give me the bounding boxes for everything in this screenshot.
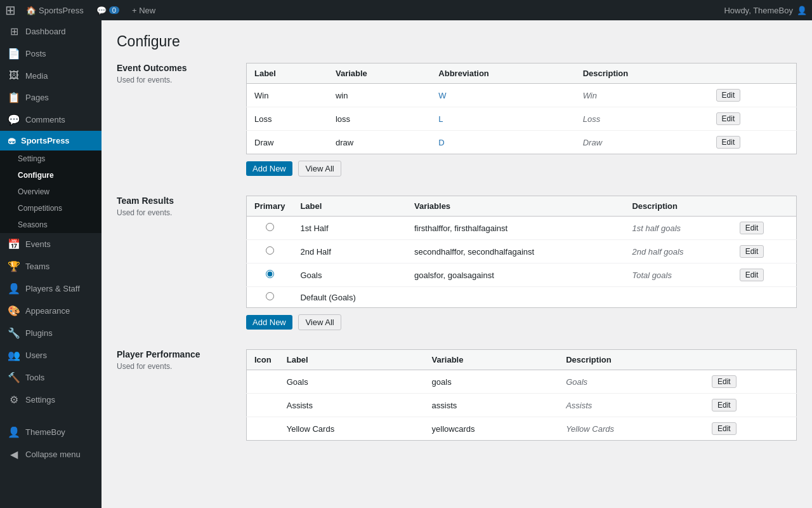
plugins-icon: 🔧 bbox=[8, 327, 20, 339]
sidebar-item-comments[interactable]: 💬 Comments bbox=[0, 109, 102, 131]
outcome-abbreviation: L bbox=[431, 107, 575, 131]
team-results-view-all-button[interactable]: View All bbox=[298, 314, 341, 330]
result-variables bbox=[407, 287, 624, 308]
comments-link[interactable]: 💬 0 bbox=[94, 6, 122, 15]
table-row: Goals goals Goals Edit bbox=[247, 370, 797, 394]
player-performance-table: Icon Label Variable Description Goals go… bbox=[246, 349, 797, 441]
primary-radio-cell bbox=[247, 264, 293, 287]
col-variables: Variables bbox=[407, 196, 624, 217]
col-icon: Icon bbox=[247, 350, 279, 370]
result-edit-cell: Edit bbox=[732, 240, 797, 264]
sidebar-item-users[interactable]: 👥 Users bbox=[0, 344, 102, 366]
col-description: Description bbox=[575, 64, 709, 84]
event-outcomes-section: Event Outcomes Used for events. Label Va… bbox=[117, 63, 797, 177]
sidebar-item-events[interactable]: 📅 Events bbox=[0, 233, 102, 255]
default-goals-radio[interactable] bbox=[266, 292, 274, 300]
perf-description: Assists bbox=[558, 394, 704, 417]
new-content-button[interactable]: + New bbox=[129, 6, 158, 15]
media-icon: 🖼 bbox=[8, 70, 20, 81]
sidebar-item-appearance[interactable]: 🎨 Appearance bbox=[0, 300, 102, 322]
col-abbreviation: Abbreviation bbox=[431, 64, 575, 84]
outcome-variable: loss bbox=[328, 107, 431, 131]
perf-icon-cell bbox=[247, 394, 279, 417]
first-half-radio[interactable] bbox=[266, 223, 274, 231]
overview-sub-label: Overview bbox=[18, 187, 49, 196]
result-variables: goalsfor, goalsagainst bbox=[407, 264, 624, 287]
goals-perf-edit-button[interactable]: Edit bbox=[712, 375, 737, 388]
win-edit-button[interactable]: Edit bbox=[716, 89, 741, 102]
competitions-sub-label: Competitions bbox=[18, 204, 62, 213]
result-edit-cell: Edit bbox=[732, 264, 797, 287]
perf-label: Yellow Cards bbox=[279, 417, 424, 441]
sidebar-item-competitions-sub[interactable]: Competitions bbox=[0, 200, 102, 217]
perf-icon-cell bbox=[247, 417, 279, 441]
sidebar-item-seasons-sub[interactable]: Seasons bbox=[0, 217, 102, 233]
outcome-edit-cell: Edit bbox=[709, 84, 797, 107]
event-outcomes-table: Label Variable Abbreviation Description … bbox=[246, 63, 797, 154]
sidebar-item-tools[interactable]: 🔨 Tools bbox=[0, 366, 102, 389]
sidebar-item-configure-sub[interactable]: Configure bbox=[0, 167, 102, 184]
table-row: Assists assists Assists Edit bbox=[247, 394, 797, 417]
outcome-abbreviation: D bbox=[431, 131, 575, 154]
player-performance-label: Player Performance Used for events. bbox=[117, 349, 231, 441]
goals-edit-button[interactable]: Edit bbox=[740, 269, 764, 281]
sidebar-item-settings-sub[interactable]: Settings bbox=[0, 150, 102, 167]
outcome-description: Win bbox=[575, 84, 709, 107]
site-name-link[interactable]: 🏠 SportsPress bbox=[23, 6, 86, 15]
event-outcomes-view-all-button[interactable]: View All bbox=[298, 161, 341, 177]
sidebar-item-dashboard[interactable]: ⊞ Dashboard bbox=[0, 20, 102, 43]
team-results-desc: Used for events. bbox=[117, 208, 231, 217]
draw-edit-button[interactable]: Edit bbox=[716, 136, 741, 149]
player-performance-title: Player Performance bbox=[117, 349, 231, 359]
sidebar-label-teams: Teams bbox=[25, 262, 49, 271]
main-content: Configure Event Outcomes Used for events… bbox=[102, 20, 812, 508]
table-row: Default (Goals) bbox=[247, 287, 797, 308]
sidebar-item-overview-sub[interactable]: Overview bbox=[0, 184, 102, 200]
yellow-cards-edit-button[interactable]: Edit bbox=[712, 422, 737, 435]
tools-icon: 🔨 bbox=[8, 371, 20, 384]
sidebar-item-themeboy[interactable]: 👤 ThemeBoy bbox=[0, 421, 102, 443]
assists-edit-button[interactable]: Edit bbox=[712, 399, 737, 411]
pages-icon: 📋 bbox=[8, 91, 20, 104]
sidebar-item-players-staff[interactable]: 👤 Players & Staff bbox=[0, 277, 102, 300]
perf-edit-cell: Edit bbox=[704, 417, 796, 441]
sidebar-item-collapse[interactable]: ◀ Collapse menu bbox=[0, 443, 102, 465]
sidebar-item-plugins[interactable]: 🔧 Plugins bbox=[0, 322, 102, 344]
table-row: Yellow Cards yellowcards Yellow Cards Ed… bbox=[247, 417, 797, 441]
perf-label: Goals bbox=[279, 370, 424, 394]
sidebar-item-pages[interactable]: 📋 Pages bbox=[0, 86, 102, 109]
settings-sub-label: Settings bbox=[18, 154, 45, 163]
sidebar-label-comments: Comments bbox=[25, 115, 65, 124]
outcome-label: Loss bbox=[247, 107, 328, 131]
loss-edit-button[interactable]: Edit bbox=[716, 112, 741, 125]
event-outcomes-add-new-button[interactable]: Add New bbox=[246, 161, 292, 176]
col-actions bbox=[704, 350, 796, 370]
col-variable: Variable bbox=[328, 64, 431, 84]
wp-logo-icon[interactable]: ⊞ bbox=[5, 3, 16, 18]
table-row: Win win W Win Edit bbox=[247, 84, 797, 107]
primary-radio-cell bbox=[247, 240, 293, 264]
sidebar-label-users: Users bbox=[25, 351, 47, 360]
result-edit-cell bbox=[732, 287, 797, 308]
sidebar-item-sportspress[interactable]: 🏟 SportsPress bbox=[0, 131, 102, 150]
sidebar-label-plugins: Plugins bbox=[25, 328, 53, 338]
users-icon: 👥 bbox=[8, 349, 20, 361]
sidebar-item-posts[interactable]: 📄 Posts bbox=[0, 43, 102, 65]
sidebar-item-teams[interactable]: 🏆 Teams bbox=[0, 255, 102, 277]
col-description: Description bbox=[558, 350, 704, 370]
col-actions bbox=[709, 64, 797, 84]
sportspress-icon: 🏟 bbox=[8, 136, 16, 145]
first-half-edit-button[interactable]: Edit bbox=[740, 222, 764, 234]
result-label: Goals bbox=[292, 264, 407, 287]
second-half-radio[interactable] bbox=[266, 246, 274, 255]
col-label: Label bbox=[247, 64, 328, 84]
player-performance-desc: Used for events. bbox=[117, 362, 231, 371]
second-half-edit-button[interactable]: Edit bbox=[740, 245, 764, 258]
result-variables: firsthalffor, firsthalfagainst bbox=[407, 217, 624, 240]
sportspress-submenu: Settings Configure Overview Competitions… bbox=[0, 150, 102, 233]
col-description: Description bbox=[624, 196, 731, 217]
sidebar-item-settings[interactable]: ⚙ Settings bbox=[0, 389, 102, 411]
team-results-add-new-button[interactable]: Add New bbox=[246, 315, 292, 330]
sidebar-item-media[interactable]: 🖼 Media bbox=[0, 65, 102, 86]
goals-radio[interactable] bbox=[266, 270, 274, 278]
